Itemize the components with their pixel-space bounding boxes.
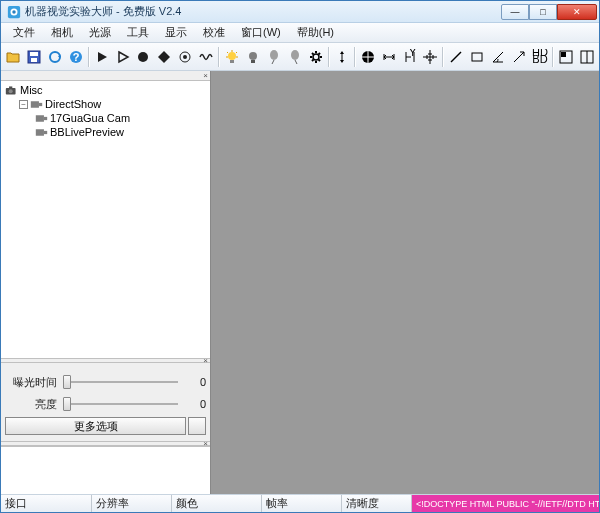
tree-folder-label: DirectShow (45, 98, 101, 110)
svg-rect-44 (31, 101, 39, 108)
crosshair-icon[interactable] (421, 46, 441, 68)
menu-camera[interactable]: 相机 (43, 23, 81, 42)
app-window: 机器视觉实验大师 - 免费版 V2.4 — □ ✕ 文件 相机 光源 工具 显示… (0, 0, 600, 513)
brightness-label: 亮度 (5, 397, 57, 412)
maximize-button[interactable]: □ (529, 4, 557, 20)
svg-rect-34 (472, 53, 482, 61)
left-panel: × Misc − DirectShow 17GuaGua Cam (1, 71, 211, 494)
svg-rect-45 (39, 102, 42, 105)
svg-point-13 (228, 52, 236, 60)
balloon-right-icon[interactable] (285, 46, 305, 68)
titlebar[interactable]: 机器视觉实验大师 - 免费版 V2.4 — □ ✕ (1, 1, 599, 23)
dim-v-icon[interactable]: Y (400, 46, 420, 68)
svg-rect-38 (561, 52, 566, 57)
bulb-on-icon[interactable] (222, 46, 242, 68)
folder-camera-icon (30, 99, 43, 110)
arrows-vert-icon[interactable] (332, 46, 352, 68)
gear-icon[interactable] (306, 46, 326, 68)
svg-rect-5 (31, 58, 37, 62)
target-icon[interactable] (175, 46, 195, 68)
info-pane (1, 446, 210, 494)
svg-point-2 (12, 10, 16, 14)
tree-item[interactable]: 17GuaGua Cam (5, 111, 206, 125)
svg-text:?: ? (72, 51, 79, 63)
window-split-icon[interactable] (577, 46, 597, 68)
menu-display[interactable]: 显示 (157, 23, 195, 42)
tree-item[interactable]: BBLivePreview (5, 125, 206, 139)
svg-rect-46 (36, 115, 44, 122)
svg-rect-48 (36, 129, 44, 136)
svg-line-18 (272, 60, 274, 64)
help-icon[interactable]: ? (66, 46, 86, 68)
brightness-slider[interactable] (61, 395, 182, 413)
menu-tools[interactable]: 工具 (119, 23, 157, 42)
tree-folder-row[interactable]: − DirectShow (5, 97, 206, 111)
angle-icon[interactable] (488, 46, 508, 68)
dim-h-icon[interactable] (379, 46, 399, 68)
status-resolution: 分辨率 (91, 495, 171, 512)
menubar: 文件 相机 光源 工具 显示 校准 窗口(W) 帮助(H) (1, 23, 599, 43)
tree-root-label: Misc (20, 84, 43, 96)
tree-root[interactable]: Misc (5, 83, 206, 97)
menu-light[interactable]: 光源 (81, 23, 119, 42)
svg-point-9 (138, 52, 148, 62)
tree-item-label: 17GuaGua Cam (50, 112, 130, 124)
collapse-icon[interactable]: − (19, 100, 28, 109)
exposure-value: 0 (186, 376, 206, 388)
status-fps: 帧率 (261, 495, 341, 512)
status-color: 颜色 (171, 495, 261, 512)
play-alt-icon[interactable] (113, 46, 133, 68)
menu-window[interactable]: 窗口(W) (233, 23, 289, 42)
record-icon[interactable] (134, 46, 154, 68)
window-controls: — □ ✕ (501, 4, 597, 20)
svg-text:BD: BD (532, 53, 547, 65)
rect-icon[interactable] (467, 46, 487, 68)
close-button[interactable]: ✕ (557, 4, 597, 20)
main-area: × Misc − DirectShow 17GuaGua Cam (1, 71, 599, 494)
svg-point-17 (270, 50, 278, 60)
more-options-button[interactable]: 更多选项 (5, 417, 186, 435)
exposure-label: 曝光时间 (5, 375, 57, 390)
crosshair-circle-icon[interactable] (358, 46, 378, 68)
options-square-button[interactable] (188, 417, 206, 435)
webcam-icon (35, 127, 48, 138)
svg-line-20 (295, 60, 297, 64)
svg-point-12 (183, 55, 187, 59)
status-clarity: 清晰度 (341, 495, 411, 512)
webcam-icon (35, 113, 48, 124)
svg-rect-47 (44, 116, 47, 119)
open-icon[interactable] (3, 46, 23, 68)
line-icon[interactable] (446, 46, 466, 68)
svg-rect-42 (9, 86, 12, 88)
status-doctype: <!DOCTYPE HTML PUBLIC "-//IETF//DTD HTML… (411, 495, 599, 512)
balloon-left-icon[interactable] (264, 46, 284, 68)
stop-icon[interactable] (154, 46, 174, 68)
save-icon[interactable] (24, 46, 44, 68)
tree-pane-header[interactable]: × (1, 71, 210, 81)
tree-item-label: BBLivePreview (50, 126, 124, 138)
svg-point-19 (291, 50, 299, 60)
play-icon[interactable] (92, 46, 112, 68)
minimize-button[interactable]: — (501, 4, 529, 20)
more-options-label: 更多选项 (74, 419, 118, 434)
bulb-off-icon[interactable] (243, 46, 263, 68)
svg-point-15 (249, 52, 257, 60)
refresh-icon[interactable] (45, 46, 65, 68)
menu-file[interactable]: 文件 (5, 23, 43, 42)
svg-rect-14 (230, 60, 234, 63)
window-single-icon[interactable] (556, 46, 576, 68)
svg-rect-49 (44, 130, 47, 133)
menu-calibrate[interactable]: 校准 (195, 23, 233, 42)
menu-help[interactable]: 帮助(H) (289, 23, 342, 42)
brightness-value: 0 (186, 398, 206, 410)
svg-point-43 (9, 89, 13, 93)
wave-icon[interactable] (196, 46, 216, 68)
exposure-slider[interactable] (61, 373, 182, 391)
diag-arrow-icon[interactable] (509, 46, 529, 68)
hd-icon[interactable]: HDBD (530, 46, 550, 68)
viewport[interactable] (211, 71, 599, 494)
status-port: 接口 (1, 495, 91, 512)
svg-rect-16 (251, 60, 255, 63)
window-title: 机器视觉实验大师 - 免费版 V2.4 (25, 4, 501, 19)
device-tree[interactable]: Misc − DirectShow 17GuaGua Cam (1, 81, 210, 358)
